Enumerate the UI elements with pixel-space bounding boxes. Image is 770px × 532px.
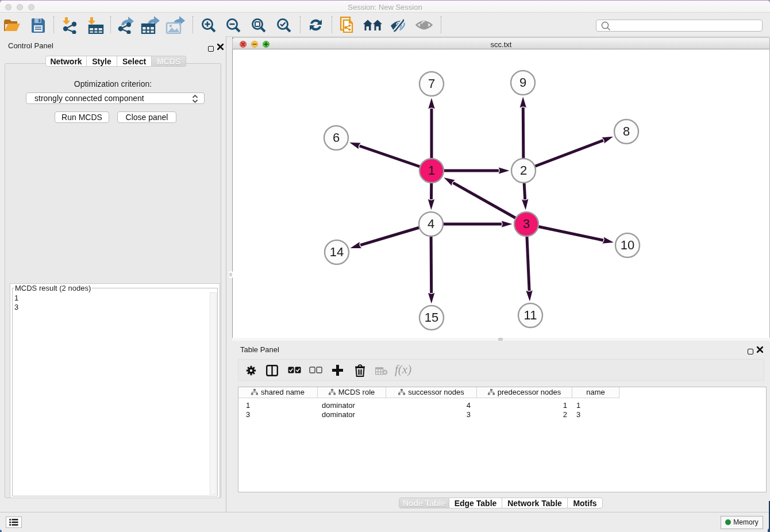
svg-text:8: 8 [623,124,630,138]
svg-text:15: 15 [425,310,438,325]
svg-text:6: 6 [333,130,340,145]
svg-text:3: 3 [523,217,530,231]
svg-text:10: 10 [621,238,634,252]
svg-text:4: 4 [428,217,434,231]
svg-text:7: 7 [428,76,435,91]
svg-text:14: 14 [330,245,344,259]
svg-text:11: 11 [524,308,537,322]
svg-text:2: 2 [520,163,527,178]
svg-text:9: 9 [519,75,526,90]
svg-text:1: 1 [428,163,435,178]
